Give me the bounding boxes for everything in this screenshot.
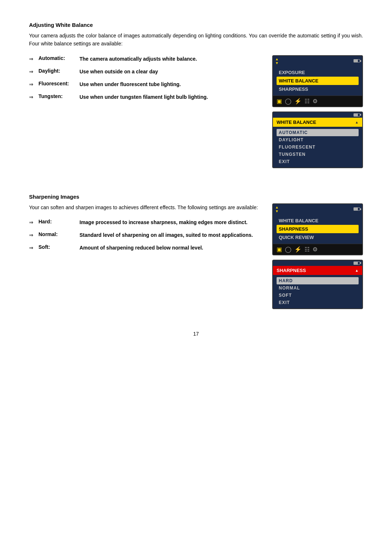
menu-white-balance-2: WHITE BALANCE xyxy=(277,216,359,225)
list-item: ⇒ Soft: Amount of sharpening reduced bel… xyxy=(29,244,261,252)
item-desc: Image processed to increase sharpness, m… xyxy=(79,219,248,226)
item-desc: Standard level of sharpening on all imag… xyxy=(79,231,253,239)
menu-sharpness: SHARPNESS xyxy=(277,85,359,93)
screen-menu-1: EXPOSURE WHITE BALANCE SHARPNESS xyxy=(273,66,362,96)
menu-white-balance-selected: WHITE BALANCE xyxy=(277,77,359,85)
wb-daylight: DAYLIGHT xyxy=(277,136,359,143)
item-label: Hard: xyxy=(38,219,77,224)
camera-icon: ▣ xyxy=(277,98,282,105)
battery-icon-2 xyxy=(354,113,360,117)
nav-arrows-2: ▲ ▼ xyxy=(275,205,280,213)
sharp-menu: HARD NORMAL SOFT EXIT xyxy=(273,275,362,308)
item-desc: Amount of sharpening reduced below norma… xyxy=(79,244,203,252)
sharpening-screens: ▲ ▼ WHITE BALANCE SHARPNESS xyxy=(272,203,363,309)
screen-header-3: ▲ ▼ xyxy=(273,204,362,214)
item-label: Soft: xyxy=(38,244,77,250)
flash-icon: ⚡ xyxy=(294,98,302,105)
arrow-icon: ⇒ xyxy=(29,219,36,225)
screen-icons-2: ▣ ◯ ⚡ ☷ ⚙ xyxy=(273,244,362,255)
item-label: Automatic: xyxy=(38,55,77,61)
content-row-2: Your can soften and sharpen images to ac… xyxy=(29,203,363,309)
section-title-1: Adjusting White Balance xyxy=(29,22,363,28)
item-desc: Use when outside on a clear day xyxy=(79,68,158,76)
section-sharpening: Sharpening Images Your can soften and sh… xyxy=(29,194,363,309)
list-item: ⇒ Daylight: Use when outside on a clear … xyxy=(29,68,261,76)
camera-screen-2: WHITE BALANCE ▲ AUTOMATIC DAYLIGHT FLUOR… xyxy=(272,112,363,168)
body-text-2: Your can soften and sharpen images to ac… xyxy=(29,203,261,211)
list-item: ⇒ Automatic: The camera automatically ad… xyxy=(29,55,261,63)
arrow-icon: ⇒ xyxy=(29,69,36,74)
camera-icon-2: ▣ xyxy=(277,246,282,253)
sharp-normal: NORMAL xyxy=(277,284,359,292)
list-item: ⇒ Hard: Image processed to increase shar… xyxy=(29,219,261,226)
item-label: Fluorescent: xyxy=(38,81,77,86)
wb-exit: EXIT xyxy=(277,158,359,165)
screen-icons-1: ▣ ◯ ⚡ ☷ ⚙ xyxy=(273,96,362,106)
screen-header-1: ▲ ▼ xyxy=(273,56,362,66)
battery-icon-1 xyxy=(354,59,360,62)
arrow-icon: ⇒ xyxy=(29,232,36,238)
item-label: Daylight: xyxy=(38,68,77,74)
list-icon-2: ☷ xyxy=(305,246,310,253)
nav-arrows-1: ▲ ▼ xyxy=(275,57,280,65)
sharp-exit: EXIT xyxy=(277,299,359,306)
item-desc: The camera automatically adjusts white b… xyxy=(79,55,197,63)
item-label: Normal: xyxy=(38,231,77,237)
settings-icon-2: ⚙ xyxy=(313,246,318,253)
item-label: Tungsten: xyxy=(38,93,77,99)
flash-icon-2: ⚡ xyxy=(294,246,302,253)
arrow-icon: ⇒ xyxy=(29,94,36,100)
battery-icon-3 xyxy=(354,207,360,211)
screen-menu-2: WHITE BALANCE SHARPNESS QUICK REVIEW xyxy=(273,214,362,244)
sharp-soft: SOFT xyxy=(277,292,359,299)
camera-screen-1: ▲ ▼ EXPOSURE WHITE BALANCE xyxy=(272,55,363,107)
arrow-icon: ⇒ xyxy=(29,56,36,62)
section-title-2: Sharpening Images xyxy=(29,194,363,200)
white-balance-screens: ▲ ▼ EXPOSURE WHITE BALANCE xyxy=(272,55,363,168)
list-item: ⇒ Fluorescent: Use when under fluorescen… xyxy=(29,81,261,88)
circle-icon: ◯ xyxy=(285,98,291,105)
page-number: 17 xyxy=(29,331,363,337)
battery-icon-4 xyxy=(354,262,360,265)
screen-header-2 xyxy=(273,112,362,118)
sharpening-list: Your can soften and sharpen images to ac… xyxy=(29,203,261,257)
wb-automatic: AUTOMATIC xyxy=(277,129,359,136)
camera-screen-4: SHARPNESS ▲ HARD NORMAL SOFT EXIT xyxy=(272,260,363,309)
settings-icon: ⚙ xyxy=(313,98,318,105)
wb-menu: AUTOMATIC DAYLIGHT FLUORESCENT TUNGSTEN … xyxy=(273,127,362,167)
menu-sharpness-selected: SHARPNESS xyxy=(277,225,359,233)
arrow-icon: ⇒ xyxy=(29,81,36,87)
white-balance-list: ⇒ Automatic: The camera automatically ad… xyxy=(29,55,261,106)
list-item: ⇒ Normal: Standard level of sharpening o… xyxy=(29,231,261,239)
sharp-header: SHARPNESS ▲ xyxy=(273,266,362,275)
spacer-1 xyxy=(29,179,363,194)
section-white-balance: Adjusting White Balance Your camera adju… xyxy=(29,22,363,168)
content-row-1: ⇒ Automatic: The camera automatically ad… xyxy=(29,55,363,168)
item-desc: Use when under fluorescent tube lighting… xyxy=(79,81,181,88)
list-icon: ☷ xyxy=(305,98,310,105)
menu-quick-review: QUICK REVIEW xyxy=(277,233,359,242)
sharp-hard: HARD xyxy=(277,277,359,284)
wb-tungsten: TUNGSTEN xyxy=(277,151,359,158)
wb-fluorescent: FLUORESCENT xyxy=(277,143,359,151)
body-text-1: Your camera adjusts the color balance of… xyxy=(29,32,363,48)
menu-exposure: EXPOSURE xyxy=(277,68,359,77)
screen-header-4 xyxy=(273,260,362,266)
arrow-icon: ⇒ xyxy=(29,245,36,251)
wb-header: WHITE BALANCE ▲ xyxy=(273,118,362,127)
camera-screen-3: ▲ ▼ WHITE BALANCE SHARPNESS xyxy=(272,203,363,255)
circle-icon-2: ◯ xyxy=(285,246,291,253)
list-item: ⇒ Tungsten: Use when under tungsten fila… xyxy=(29,93,261,101)
item-desc: Use when under tungsten filament light b… xyxy=(79,93,208,101)
